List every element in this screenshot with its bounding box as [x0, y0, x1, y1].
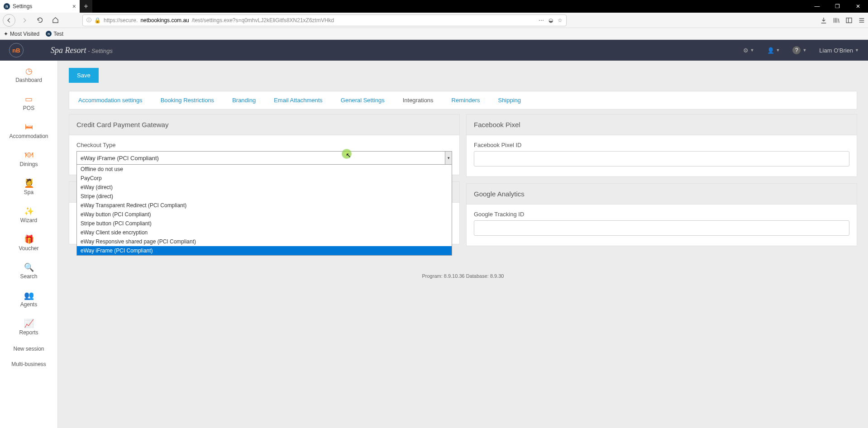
bookmark-most-visited[interactable]: ✦ Most Visited — [4, 31, 39, 37]
select-value: eWay iFrame (PCI Compliant) — [81, 155, 159, 162]
search-icon: 🔍 — [2, 262, 56, 271]
downloads-icon[interactable] — [820, 17, 827, 24]
more-icon[interactable]: ⋯ — [539, 17, 544, 24]
sidebar-toggle-icon[interactable] — [845, 17, 853, 24]
library-icon[interactable] — [833, 17, 840, 24]
dropdown-option[interactable]: eWay Client side encryption — [77, 228, 452, 237]
menu-icon[interactable] — [858, 17, 865, 24]
sidebar-item-new-session[interactable]: New session — [0, 341, 57, 357]
bookmark-test[interactable]: n Test — [46, 31, 63, 37]
help-icon: ? — [792, 46, 801, 54]
tab-booking-restrictions[interactable]: Booking Restrictions — [152, 91, 224, 109]
sidebar-item-pos[interactable]: ▭POS — [0, 89, 57, 117]
ga-tracking-label: Google Tracking ID — [474, 211, 849, 218]
spa-icon: 💆 — [2, 178, 56, 187]
sidebar-item-label: Wizard — [20, 217, 37, 224]
sidebar-item-label: Multi-business — [11, 361, 46, 367]
star-icon: ✦ — [4, 31, 8, 37]
header-user-menu[interactable]: 👤▼ — [767, 47, 780, 54]
chevron-down-icon[interactable]: ▾ — [445, 151, 452, 165]
bookmarks-bar: ✦ Most Visited n Test — [0, 28, 868, 40]
panel-header: Credit Card Payment Gateway — [69, 114, 459, 135]
sidebar: ◷Dashboard▭POS🛏Accommodation🍽Dinings💆Spa… — [0, 61, 58, 428]
sidebar-item-agents[interactable]: 👥Agents — [0, 285, 57, 313]
sidebar-item-search[interactable]: 🔍Search — [0, 257, 57, 285]
dropdown-option[interactable]: eWay button (PCI Compliant) — [77, 210, 452, 219]
sidebar-item-label: Dinings — [19, 161, 38, 167]
gift-icon: 🎁 — [2, 234, 56, 243]
brand-logo[interactable]: nB — [9, 43, 24, 57]
new-tab-button[interactable]: + — [80, 0, 92, 13]
tab-reminders[interactable]: Reminders — [443, 91, 489, 109]
nav-reload-button[interactable] — [33, 14, 46, 27]
dropdown-option[interactable]: Stripe (direct) — [77, 192, 452, 201]
header-settings-menu[interactable]: ⚙▼ — [743, 47, 754, 54]
sidebar-item-spa[interactable]: 💆Spa — [0, 173, 57, 201]
chevron-down-icon: ▼ — [855, 48, 859, 52]
lock-icon: 🔒 — [94, 17, 101, 24]
dropdown-option[interactable]: eWay Transparent Redirect (PCI Compliant… — [77, 201, 452, 210]
sidebar-item-voucher[interactable]: 🎁Voucher — [0, 229, 57, 257]
nav-forward-button[interactable] — [18, 14, 31, 27]
ga-tracking-input[interactable] — [474, 220, 849, 236]
brand-title: Spa Resort — [51, 46, 86, 55]
url-suffix: /test/settings.exe?s=q0mhvLJ2kEliGitfs8X… — [192, 17, 334, 24]
dropdown-option[interactable]: eWay (direct) — [77, 183, 452, 192]
sidebar-item-wizard[interactable]: ✨Wizard — [0, 201, 57, 229]
facebook-pixel-label: Facebook Pixel ID — [474, 142, 849, 148]
header-help-menu[interactable]: ?▼ — [792, 46, 806, 54]
tab-shipping[interactable]: Shipping — [489, 91, 530, 109]
site-info-icon[interactable]: ⓘ — [86, 17, 91, 24]
bed-icon: 🛏 — [2, 122, 56, 131]
dropdown-option[interactable]: Offline do not use — [77, 165, 452, 174]
panel-header: Facebook Pixel — [467, 114, 857, 135]
sidebar-item-multi-business[interactable]: Multi-business — [0, 357, 57, 372]
sidebar-item-label: Agents — [20, 301, 37, 308]
window-maximize-icon[interactable]: ❐ — [827, 0, 848, 13]
sidebar-item-reports[interactable]: 📈Reports — [0, 313, 57, 341]
bookmark-star-icon[interactable]: ☆ — [558, 17, 563, 24]
checkout-type-select[interactable]: eWay iFrame (PCI Compliant) — [76, 151, 452, 165]
pos-icon: ▭ — [2, 94, 56, 103]
dropdown-option[interactable]: PayCorp — [77, 174, 452, 183]
header-username-menu[interactable]: Liam O'Brien ▼ — [819, 47, 859, 54]
sidebar-item-label: Dashboard — [15, 77, 42, 83]
window-close-icon[interactable]: ✕ — [848, 0, 868, 13]
nav-home-button[interactable] — [49, 14, 62, 27]
bookmark-label: Test — [53, 31, 63, 37]
tab-email-attachments[interactable]: Email Attachments — [265, 91, 332, 109]
content-area: Save Accommodation settingsBooking Restr… — [58, 61, 868, 428]
tab-branding[interactable]: Branding — [223, 91, 265, 109]
panel-facebook: Facebook Pixel Facebook Pixel ID — [466, 114, 857, 177]
save-button[interactable]: Save — [69, 68, 99, 83]
url-domain: netbookings.com.au — [140, 17, 189, 24]
dropdown-option[interactable]: eWay Responsive shared page (PCI Complia… — [77, 237, 452, 246]
browser-toolbar: ⓘ 🔒 https://secure.netbookings.com.au/te… — [0, 13, 868, 28]
browser-tab[interactable]: n Settings × — [0, 0, 80, 13]
sidebar-item-label: Voucher — [19, 245, 38, 252]
app-header: nB Spa Resort - Settings ⚙▼ 👤▼ ?▼ Liam O… — [0, 40, 868, 61]
tab-accommodation-settings[interactable]: Accommodation settings — [69, 91, 152, 109]
sidebar-item-label: Spa — [24, 189, 33, 195]
sidebar-item-accommodation[interactable]: 🛏Accommodation — [0, 117, 57, 145]
pocket-icon[interactable]: ◒ — [548, 17, 553, 24]
checkout-type-label: Checkout Type — [76, 142, 452, 148]
facebook-pixel-input[interactable] — [474, 151, 849, 166]
panel-gateway: Credit Card Payment Gateway Checkout Typ… — [69, 114, 460, 175]
user-icon: 👤 — [767, 47, 774, 54]
chevron-down-icon: ▼ — [776, 48, 780, 52]
tab-general-settings[interactable]: General Settings — [332, 91, 394, 109]
sidebar-item-dashboard[interactable]: ◷Dashboard — [0, 61, 57, 89]
chart-icon: 📈 — [2, 319, 56, 328]
settings-tabs: Accommodation settingsBooking Restrictio… — [69, 91, 857, 109]
gear-icon: ⚙ — [743, 47, 749, 54]
dropdown-option[interactable]: eWay iFrame (PCI Compliant) — [77, 246, 452, 255]
window-minimize-icon[interactable]: — — [807, 0, 827, 13]
dropdown-option[interactable]: Stripe button (PCI Compliant) — [77, 219, 452, 228]
svg-rect-0 — [846, 18, 852, 23]
url-bar[interactable]: ⓘ 🔒 https://secure.netbookings.com.au/te… — [82, 14, 567, 26]
nav-back-button[interactable] — [3, 14, 15, 27]
tab-close-icon[interactable]: × — [72, 3, 76, 10]
tab-integrations[interactable]: Integrations — [394, 91, 443, 109]
sidebar-item-dinings[interactable]: 🍽Dinings — [0, 145, 57, 173]
